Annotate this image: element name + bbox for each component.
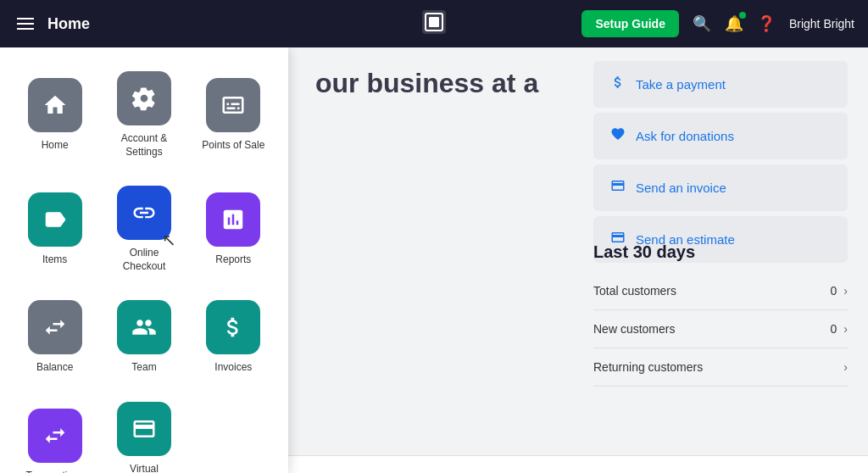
menu-item-home[interactable]: Home [14, 61, 96, 169]
send-invoice-label: Send an invoice [636, 181, 726, 195]
hamburger-menu[interactable] [14, 14, 37, 33]
menu-label-points-of-sale: Points of Sale [202, 139, 264, 153]
take-payment-label: Take a payment [636, 77, 726, 92]
stat-row[interactable]: Returning customers› [593, 348, 848, 387]
menu-label-reports: Reports [215, 253, 251, 267]
stat-row[interactable]: New customers0› [593, 310, 848, 348]
menu-item-points-of-sale[interactable]: Points of Sale [192, 61, 275, 169]
menu-item-virtual-terminal[interactable]: Virtual Terminal [103, 392, 185, 473]
ask-donations-label: Ask for donations [636, 129, 734, 143]
menu-label-items: Items [42, 253, 67, 267]
menu-item-transactions[interactable]: Transactions [14, 392, 96, 473]
navbar-title: Home [47, 15, 90, 33]
ask-donations-icon [610, 126, 626, 146]
menu-item-invoices[interactable]: Invoices [192, 290, 275, 385]
invoices-icon [206, 300, 260, 354]
send-invoice-icon [610, 178, 626, 198]
items-icon [28, 192, 82, 247]
menu-label-invoices: Invoices [214, 361, 252, 375]
online-checkout-icon: ↖ [117, 186, 171, 240]
ask-donations-button[interactable]: Ask for donations [593, 113, 848, 159]
stat-label: New customers [593, 322, 831, 336]
menu-label-account-settings: Account & Settings [109, 132, 178, 159]
transactions-icon [28, 409, 82, 463]
menu-label-team: Team [131, 361, 156, 375]
menu-grid: HomeAccount & SettingsPoints of SaleItem… [14, 61, 275, 473]
balance-icon [28, 300, 82, 354]
virtual-terminal-icon [117, 402, 171, 456]
menu-item-reports[interactable]: Reports [192, 175, 275, 283]
dropdown-panel: HomeAccount & SettingsPoints of SaleItem… [0, 47, 288, 473]
main-content: HomeAccount & SettingsPoints of SaleItem… [0, 47, 868, 473]
navbar: Home Setup Guide 🔍 🔔 ❓ Bright Bright [0, 0, 868, 47]
take-payment-icon [610, 75, 626, 94]
menu-label-transactions: Transactions [26, 470, 84, 473]
send-invoice-button[interactable]: Send an invoice [593, 164, 848, 211]
menu-label-balance: Balance [36, 361, 73, 375]
stat-value: 0 [831, 322, 837, 336]
menu-label-online-checkout: Online Checkout [109, 247, 178, 273]
stats-title: Last 30 days [593, 242, 848, 262]
username: Bright Bright [789, 17, 854, 31]
stat-label: Total customers [593, 284, 831, 298]
chevron-right-icon: › [843, 322, 848, 336]
svg-rect-2 [429, 17, 439, 27]
stat-row[interactable]: Total customers0› [593, 272, 848, 310]
points-of-sale-icon [206, 78, 260, 132]
notification-dot [739, 12, 746, 19]
chevron-right-icon: › [843, 284, 848, 298]
home-icon [28, 78, 82, 132]
stats-rows: Total customers0›New customers0›Returnin… [593, 272, 848, 387]
quick-actions: Take a paymentAsk for donationsSend an i… [593, 61, 848, 266]
stat-label: Returning customers [593, 360, 837, 374]
dashboard-area: our business at a Take a paymentAsk for … [288, 47, 868, 473]
menu-item-team[interactable]: Team [103, 290, 185, 385]
stat-value: 0 [831, 284, 837, 298]
square-logo [420, 8, 448, 39]
team-icon [117, 300, 171, 354]
menu-item-balance[interactable]: Balance [14, 290, 96, 385]
stats-section: Last 30 days Total customers0›New custom… [593, 242, 848, 387]
menu-label-home: Home [42, 139, 69, 153]
menu-item-online-checkout[interactable]: ↖Online Checkout [103, 175, 185, 283]
notifications-icon[interactable]: 🔔 [725, 14, 743, 33]
chevron-right-icon: › [843, 360, 848, 374]
menu-item-items[interactable]: Items [14, 175, 96, 283]
menu-label-virtual-terminal: Virtual Terminal [109, 463, 178, 473]
navbar-actions: Setup Guide 🔍 🔔 ❓ Bright Bright [581, 10, 854, 37]
setup-guide-button[interactable]: Setup Guide [581, 10, 678, 37]
help-icon[interactable]: ❓ [757, 14, 776, 33]
menu-item-account-settings[interactable]: Account & Settings [103, 61, 185, 169]
reports-icon [206, 192, 260, 247]
search-icon[interactable]: 🔍 [693, 14, 711, 33]
take-payment-button[interactable]: Take a payment [593, 61, 848, 108]
account-settings-icon [117, 71, 171, 125]
